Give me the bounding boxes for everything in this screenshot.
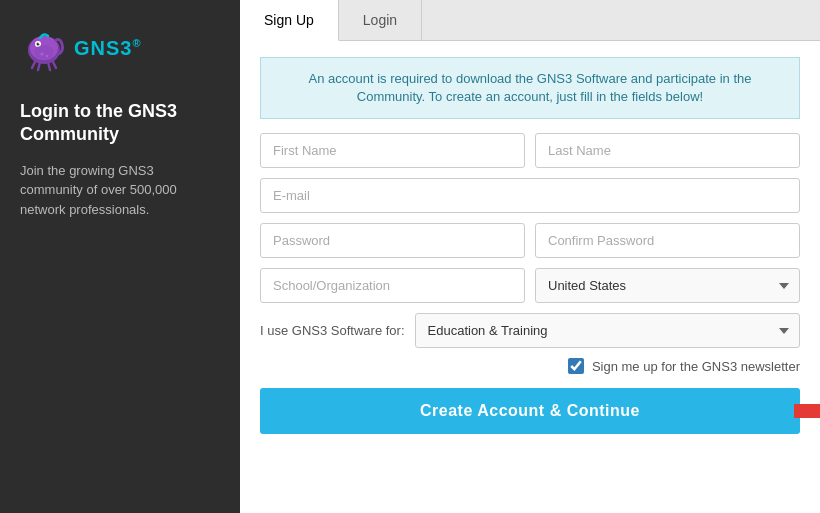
sidebar-description: Join the growing GNS3 community of over … — [20, 161, 220, 220]
school-country-row: United States Canada United Kingdom Aust… — [260, 268, 800, 303]
password-input[interactable] — [260, 223, 525, 258]
svg-point-4 — [38, 42, 40, 44]
form-area: An account is required to download the G… — [240, 41, 820, 513]
svg-line-10 — [48, 62, 50, 70]
sidebar: GNS3® Login to the GNS3 Community Join t… — [0, 0, 240, 513]
email-input[interactable] — [260, 178, 800, 213]
svg-marker-12 — [794, 393, 820, 429]
name-row — [260, 133, 800, 168]
password-row — [260, 223, 800, 258]
submit-row: Create Account & Continue — [260, 388, 800, 434]
sidebar-heading: Login to the GNS3 Community — [20, 100, 220, 147]
first-name-input[interactable] — [260, 133, 525, 168]
svg-point-7 — [46, 55, 48, 57]
red-arrow-icon — [794, 393, 820, 429]
tab-login[interactable]: Login — [339, 0, 422, 40]
country-select[interactable]: United States Canada United Kingdom Aust… — [535, 268, 800, 303]
newsletter-row: Sign me up for the GNS3 newsletter — [260, 358, 800, 374]
tab-signup[interactable]: Sign Up — [240, 0, 339, 41]
svg-line-8 — [32, 60, 36, 68]
svg-line-11 — [52, 60, 56, 68]
tabs-bar: Sign Up Login — [240, 0, 820, 41]
info-banner: An account is required to download the G… — [260, 57, 800, 119]
create-account-button[interactable]: Create Account & Continue — [260, 388, 800, 434]
use-label: I use GNS3 Software for: — [260, 323, 405, 338]
newsletter-checkbox[interactable] — [568, 358, 584, 374]
logo-text: GNS3® — [74, 37, 142, 60]
newsletter-label: Sign me up for the GNS3 newsletter — [592, 359, 800, 374]
gns3-logo-icon — [20, 24, 68, 72]
logo-area: GNS3® — [20, 24, 220, 72]
main-panel: Sign Up Login An account is required to … — [240, 0, 820, 513]
confirm-password-input[interactable] — [535, 223, 800, 258]
last-name-input[interactable] — [535, 133, 800, 168]
email-row — [260, 178, 800, 213]
svg-point-5 — [34, 45, 54, 59]
use-row: I use GNS3 Software for: Education & Tra… — [260, 313, 800, 348]
svg-line-9 — [38, 62, 40, 70]
school-input[interactable] — [260, 268, 525, 303]
use-select[interactable]: Education & Training Professional/Work P… — [415, 313, 800, 348]
svg-point-6 — [41, 53, 44, 56]
